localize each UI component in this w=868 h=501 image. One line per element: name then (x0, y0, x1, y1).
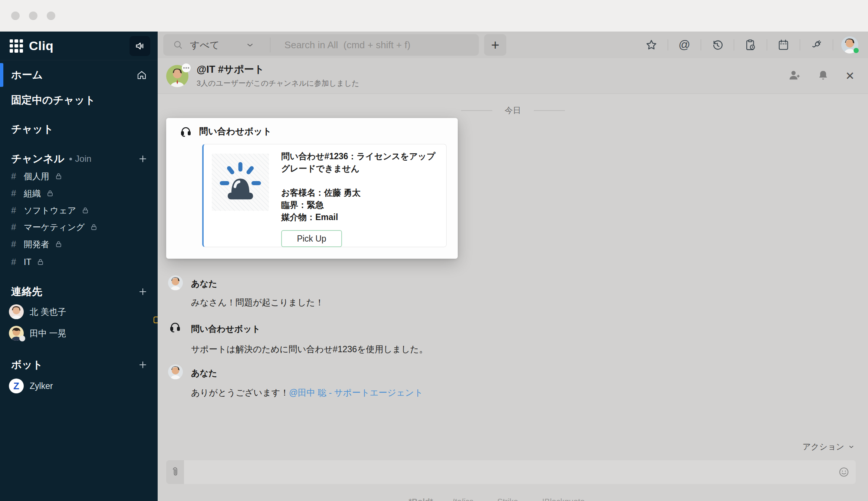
date-divider: 今日 (158, 105, 868, 116)
hash-icon: # (11, 188, 24, 199)
lock-icon (55, 240, 63, 248)
message-input[interactable] (184, 460, 832, 484)
format-strike-hint[interactable]: ~Strike~ (493, 497, 523, 501)
top-toolbar: すべて + @ (158, 32, 868, 58)
sidebar-section-channels[interactable]: チャンネル Join (0, 150, 158, 167)
calendar-icon (777, 39, 790, 51)
add-user-icon (788, 69, 801, 82)
tasks-button[interactable] (742, 37, 759, 53)
add-participant-button[interactable] (788, 69, 801, 83)
audio-status-button[interactable] (129, 36, 150, 56)
status-badge (19, 335, 25, 341)
mentions-button[interactable]: @ (676, 37, 693, 53)
channel-avatar[interactable] (166, 65, 188, 87)
app-grid-icon[interactable] (10, 39, 23, 53)
incident-medium: 媒介物：Email (281, 212, 338, 223)
window-titlebar (0, 0, 868, 32)
mention-link[interactable]: @田中 聡 - サポートエージェント (289, 388, 423, 397)
add-channel-icon[interactable] (138, 154, 147, 163)
sidebar-contact-tanaka[interactable]: 田中 一晃 (0, 323, 158, 344)
star-icon (645, 39, 658, 51)
new-chat-button[interactable]: + (484, 34, 506, 56)
format-italic-hint[interactable]: Italics (452, 497, 473, 501)
actions-dropdown[interactable]: アクション (802, 441, 855, 452)
history-icon (711, 39, 724, 51)
incident-customer: お客様名：佐藤 勇太 (281, 187, 361, 199)
lock-icon (46, 189, 54, 197)
sidebar-bot-zylker[interactable]: Z Zylker (0, 376, 158, 396)
sidebar-item-home[interactable]: ホーム (0, 61, 158, 89)
favorites-button[interactable] (643, 37, 660, 53)
sidebar-channel-org[interactable]: # 組織 (0, 185, 158, 202)
avatar[interactable] (168, 364, 183, 379)
sidebar-item-pinned-chats[interactable]: 固定中のチャット (0, 92, 158, 109)
sidebar-section-bots[interactable]: ボット (0, 356, 158, 373)
add-contact-icon[interactable] (138, 287, 147, 296)
message-text: みなさん！問題が起こりました！ (191, 297, 324, 308)
sidebar-channel-software[interactable]: # ソフトウェア (0, 202, 158, 219)
emoji-button[interactable] (832, 460, 856, 484)
clipboard-clock-icon (744, 39, 757, 51)
formatting-hints: *Bold* Italics ~Strike~ !Blockquote (166, 497, 856, 501)
close-window-icon[interactable] (11, 12, 20, 20)
headset-bot-icon[interactable] (169, 321, 181, 334)
search-input[interactable] (285, 39, 469, 51)
message-sender[interactable]: あなた (191, 367, 217, 379)
notifications-button[interactable] (817, 69, 829, 83)
incident-popup-card: 問い合わせボット 問い合わせ#1236：ライセンスをアップグレードできません お… (166, 118, 458, 259)
incident-card: 問い合わせ#1236：ライセンスをアップグレードできません お客様名：佐藤 勇太… (202, 144, 447, 247)
zylker-bot-avatar: Z (9, 379, 24, 393)
sidebar-channel-it[interactable]: # IT (0, 253, 158, 271)
message-text: サポートは解決のために問い合わせ#1236を使用しました。 (191, 343, 428, 355)
window-controls[interactable] (11, 12, 55, 20)
join-channel-link[interactable]: Join (69, 154, 91, 164)
headset-bot-icon (180, 125, 192, 137)
chat-area: 今日 問い合わせボット 問い合わせ#1236：ライセンスをアップグレードできませ… (158, 94, 868, 501)
add-bot-icon[interactable] (138, 360, 147, 369)
sidebar-item-chats[interactable]: チャット (0, 121, 158, 138)
home-icon (136, 69, 147, 81)
chevron-down-icon[interactable] (246, 40, 254, 49)
calendar-button[interactable] (775, 37, 792, 53)
toolbar-icons: @ (643, 36, 858, 53)
sidebar-section-contacts[interactable]: 連絡先 (0, 283, 158, 300)
history-button[interactable] (709, 37, 726, 53)
hash-icon: # (11, 239, 24, 249)
message-sender[interactable]: 問い合わせボット (191, 323, 260, 335)
sidebar-channel-personal[interactable]: # 個人用 (0, 168, 158, 185)
maximize-window-icon[interactable] (47, 12, 55, 20)
format-bold-hint[interactable]: *Bold* (408, 497, 433, 501)
lock-icon (36, 258, 45, 266)
sidebar-contact-kita[interactable]: 北 美也子 (0, 301, 158, 322)
channel-title: @IT #サポート (197, 63, 359, 76)
sidebar-channel-developers[interactable]: # 開発者 (0, 236, 158, 253)
format-blockquote-hint[interactable]: !Blockquote (542, 497, 585, 501)
pick-up-button[interactable]: Pick Up (281, 230, 342, 247)
channel-members-badge (182, 63, 191, 72)
lock-icon (55, 172, 63, 180)
search-bar[interactable]: すべて (163, 34, 479, 56)
smiley-icon (838, 466, 849, 478)
avatar (9, 304, 24, 319)
avatar (9, 326, 24, 341)
main-area: すべて + @ (158, 32, 868, 501)
minimize-window-icon[interactable] (29, 12, 37, 20)
profile-avatar[interactable] (841, 36, 858, 53)
hash-icon: # (11, 257, 24, 267)
avatar[interactable] (168, 275, 183, 290)
channel-subtitle: 3人のユーザーがこのチャンネルに参加しました (197, 78, 359, 88)
siren-image (212, 154, 269, 211)
hash-icon: # (11, 205, 24, 216)
incident-title: 問い合わせ#1236：ライセンスをアップグレードできません (281, 150, 438, 175)
search-scope-dropdown[interactable]: すべて (190, 39, 220, 52)
at-icon: @ (678, 38, 690, 52)
message-sender[interactable]: あなた (191, 278, 217, 289)
close-channel-button[interactable]: ✕ (845, 71, 855, 82)
integrations-button[interactable] (808, 37, 825, 53)
attach-file-button[interactable] (166, 460, 184, 484)
app-logo: Cliq (29, 39, 53, 53)
speaker-icon (135, 41, 145, 51)
channel-header: @IT #サポート 3人のユーザーがこのチャンネルに参加しました ✕ (158, 58, 868, 94)
divider (270, 37, 270, 52)
sidebar-channel-marketing[interactable]: # マーケティング (0, 219, 158, 236)
